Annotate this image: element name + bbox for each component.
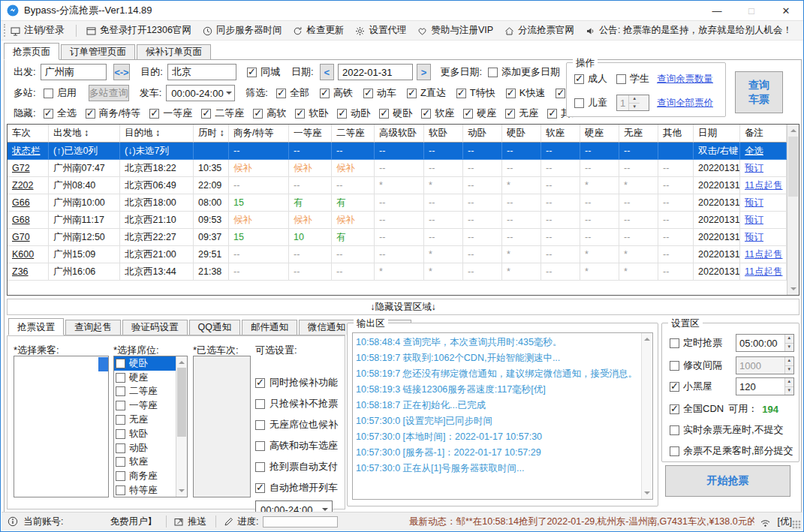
filter-checkbox-4[interactable]: T特快: [456, 86, 495, 100]
checkbox[interactable]: [556, 89, 565, 98]
multi-station-query-button[interactable]: 多站查询: [89, 85, 129, 101]
checkbox[interactable]: [670, 446, 679, 456]
filter-checkbox-2[interactable]: 动车: [363, 86, 396, 100]
hide-checkbox-0[interactable]: 全选: [44, 107, 77, 120]
main-tab-0[interactable]: 抢票页面: [4, 43, 59, 60]
toolbar-item-1[interactable]: 免登录打开12306官网: [86, 24, 191, 37]
scroll-down-icon[interactable]: [787, 284, 799, 295]
adult-checkbox[interactable]: 成人: [574, 72, 607, 86]
swap-stations-button[interactable]: <->: [113, 64, 131, 80]
settings-tab-5[interactable]: 微信通知: [299, 320, 354, 335]
blackroom-checkbox[interactable]: 小黑屋: [670, 380, 712, 393]
selected-train-listbox[interactable]: [193, 356, 251, 497]
stepper-arrows-icon[interactable]: ▲▼: [784, 378, 793, 395]
nostanding-checkbox[interactable]: 实时余票无座时,不提交: [670, 423, 784, 437]
checkbox[interactable]: [255, 462, 265, 472]
add-dates-checkbox[interactable]: 添加更多日期: [488, 65, 560, 79]
toolbar-item-7[interactable]: 公告: 抢票靠的是坚持，放弃就是给别人机会！: [586, 24, 792, 37]
toolbar-item-3[interactable]: 检查更新: [293, 24, 344, 37]
table-row[interactable]: G70广州南12:50北京西22:2709:371510有-----------…: [8, 229, 787, 246]
same-city-checkbox[interactable]: 同城: [247, 65, 280, 79]
checkbox[interactable]: [670, 361, 679, 371]
checkbox[interactable]: [116, 401, 125, 410]
seat-option-8[interactable]: 商务座: [114, 469, 176, 483]
checkbox[interactable]: [407, 89, 417, 98]
hide-checkbox-4[interactable]: 高软: [253, 107, 286, 120]
table-cell[interactable]: 11点起售: [740, 246, 787, 263]
checkbox[interactable]: [116, 415, 125, 425]
child-checkbox[interactable]: 儿童: [574, 96, 607, 110]
table-cell[interactable]: 11点起售: [740, 263, 787, 281]
checkbox[interactable]: [505, 109, 515, 119]
hide-checkbox-6[interactable]: 动卧: [337, 107, 370, 120]
partial-submit-checkbox[interactable]: 余票不足乘客时,部分提交: [670, 444, 793, 458]
checkbox[interactable]: [116, 373, 125, 383]
toolbar-item-4[interactable]: 设置代理: [355, 24, 406, 37]
checkbox[interactable]: [44, 89, 53, 98]
checkbox[interactable]: [276, 89, 286, 98]
checkbox[interactable]: [670, 382, 679, 392]
interval-checkbox[interactable]: 修改间隔: [670, 359, 722, 372]
table-cell[interactable]: G70: [8, 229, 49, 246]
checkbox[interactable]: [574, 98, 584, 108]
depart-time-select[interactable]: 00:00-24:00: [166, 85, 235, 101]
grab-option-1[interactable]: 只抢候补不抢票: [255, 397, 338, 410]
grab-option-3[interactable]: 高铁和动车选座: [255, 439, 338, 452]
checkbox[interactable]: [255, 399, 265, 409]
checkbox[interactable]: [255, 483, 265, 493]
stepper-arrows-icon[interactable]: ▲▼: [784, 335, 793, 351]
toolbar-item-2[interactable]: 同步服务器时间: [203, 24, 282, 37]
resize-grip[interactable]: [792, 520, 801, 529]
multi-enable-checkbox[interactable]: 启用: [44, 86, 77, 100]
checkbox[interactable]: [116, 485, 125, 495]
checkbox[interactable]: [247, 68, 257, 77]
main-tab-1[interactable]: 订单管理页面: [61, 44, 135, 59]
main-tab-2[interactable]: 候补订单页面: [137, 44, 211, 59]
table-cell[interactable]: 全选: [740, 143, 787, 160]
push-label[interactable]: 推送: [188, 515, 206, 528]
settings-tab-2[interactable]: 验证码设置: [122, 320, 188, 335]
seat-option-4[interactable]: 无座: [114, 413, 176, 427]
close-button[interactable]: ✕: [769, 1, 803, 20]
seat-option-3[interactable]: 一等座: [114, 398, 176, 413]
checkbox[interactable]: [670, 338, 679, 348]
checkbox[interactable]: [255, 441, 265, 451]
checkbox[interactable]: [574, 74, 584, 84]
checkbox[interactable]: [255, 378, 265, 388]
scrollbar-thumb[interactable]: [788, 137, 798, 197]
scrollbar-thumb[interactable]: [177, 368, 186, 437]
interval-stepper[interactable]: 1000 ▲▼: [736, 356, 794, 374]
grab-option-4[interactable]: 抢到票自动支付: [255, 460, 338, 473]
seat-option-9[interactable]: 特等座: [114, 483, 176, 497]
toolbar-grip-handle[interactable]: [4, 24, 7, 37]
scroll-up-icon[interactable]: [176, 356, 187, 368]
checkbox[interactable]: [116, 471, 125, 481]
table-cell[interactable]: 状态栏: [8, 143, 49, 160]
query-ticket-button[interactable]: 查询 车票: [735, 71, 783, 113]
table-row[interactable]: G66广州南10:00北京西18:0008:0015有有------------…: [8, 194, 787, 212]
table-cell[interactable]: Z202: [8, 177, 49, 194]
checkbox[interactable]: [547, 109, 557, 119]
seat-option-6[interactable]: 动卧: [114, 441, 176, 455]
timed-grab-time-stepper[interactable]: 05:00:00 ▲▼: [736, 334, 794, 352]
table-cell[interactable]: 预订: [740, 229, 787, 246]
toolbar-item-0[interactable]: 注销/登录: [11, 24, 64, 37]
depart-station-input[interactable]: [41, 64, 107, 80]
grab-option-0[interactable]: 同时抢候补功能: [255, 376, 338, 389]
hide-checkbox-9[interactable]: 硬座: [463, 107, 496, 120]
checkbox[interactable]: [116, 429, 125, 439]
maximize-button[interactable]: □: [734, 1, 769, 20]
checkbox[interactable]: [320, 89, 330, 98]
checkbox[interactable]: [149, 109, 159, 119]
checkbox[interactable]: [116, 386, 125, 396]
child-count-stepper[interactable]: 1 ▲▼: [616, 95, 649, 111]
table-cell[interactable]: 预订: [740, 212, 787, 229]
checkbox[interactable]: [116, 443, 125, 453]
seat-option-0[interactable]: 硬卧: [114, 356, 176, 371]
checkbox[interactable]: [201, 109, 211, 119]
hide-checkbox-10[interactable]: 无座: [505, 107, 538, 120]
seat-option-7[interactable]: 软座: [114, 455, 176, 470]
checkbox[interactable]: [116, 359, 125, 368]
checkbox[interactable]: [506, 89, 516, 98]
log-scrollbar[interactable]: [641, 333, 652, 499]
